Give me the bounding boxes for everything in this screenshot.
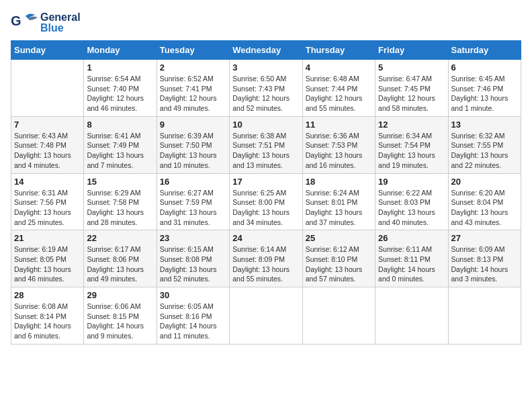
calendar-cell: 13Sunrise: 6:32 AM Sunset: 7:55 PM Dayli… — [448, 116, 521, 173]
day-info: Sunrise: 6:39 AM Sunset: 7:50 PM Dayligh… — [160, 131, 226, 171]
day-number: 29 — [87, 290, 153, 300]
calendar-cell: 24Sunrise: 6:14 AM Sunset: 8:09 PM Dayli… — [230, 230, 302, 287]
weekday-header: Saturday — [448, 41, 521, 60]
day-info: Sunrise: 6:06 AM Sunset: 8:15 PM Dayligh… — [87, 302, 153, 341]
day-info: Sunrise: 6:29 AM Sunset: 7:58 PM Dayligh… — [87, 188, 153, 228]
day-info: Sunrise: 6:50 AM Sunset: 7:43 PM Dayligh… — [232, 74, 299, 113]
calendar-cell: 14Sunrise: 6:31 AM Sunset: 7:56 PM Dayli… — [11, 173, 84, 230]
day-number: 15 — [87, 177, 153, 187]
day-info: Sunrise: 6:31 AM Sunset: 7:56 PM Dayligh… — [14, 188, 81, 228]
calendar-table: SundayMondayTuesdayWednesdayThursdayFrid… — [11, 40, 521, 345]
calendar-cell: 20Sunrise: 6:20 AM Sunset: 8:04 PM Dayli… — [448, 173, 521, 230]
day-number: 9 — [160, 120, 226, 130]
day-number: 5 — [378, 62, 445, 73]
calendar-cell: 2Sunrise: 6:52 AM Sunset: 7:41 PM Daylig… — [157, 60, 229, 117]
day-info: Sunrise: 6:34 AM Sunset: 7:54 PM Dayligh… — [378, 131, 445, 171]
calendar-cell: 5Sunrise: 6:47 AM Sunset: 7:45 PM Daylig… — [375, 60, 448, 117]
calendar-cell: 15Sunrise: 6:29 AM Sunset: 7:58 PM Dayli… — [84, 173, 157, 230]
calendar-cell: 17Sunrise: 6:25 AM Sunset: 8:00 PM Dayli… — [230, 173, 302, 230]
day-info: Sunrise: 6:32 AM Sunset: 7:55 PM Dayligh… — [451, 131, 518, 171]
day-number: 28 — [14, 290, 81, 300]
day-number: 17 — [232, 177, 299, 187]
weekday-header: Tuesday — [157, 41, 229, 60]
day-number: 23 — [160, 233, 226, 243]
day-number: 12 — [378, 120, 445, 130]
day-number: 8 — [87, 120, 153, 130]
day-number: 2 — [160, 62, 226, 73]
day-number: 1 — [87, 62, 153, 73]
logo-general: General — [40, 12, 81, 23]
day-number: 24 — [232, 233, 299, 243]
day-info: Sunrise: 6:45 AM Sunset: 7:46 PM Dayligh… — [451, 74, 518, 113]
calendar-cell: 22Sunrise: 6:17 AM Sunset: 8:06 PM Dayli… — [84, 230, 157, 287]
calendar-cell: 10Sunrise: 6:38 AM Sunset: 7:51 PM Dayli… — [230, 116, 302, 173]
calendar-cell — [448, 287, 521, 345]
calendar-week-row: 21Sunrise: 6:19 AM Sunset: 8:05 PM Dayli… — [11, 230, 521, 287]
day-number: 11 — [306, 120, 372, 130]
day-number: 4 — [306, 62, 372, 73]
weekday-header: Thursday — [302, 41, 375, 60]
calendar-cell: 27Sunrise: 6:09 AM Sunset: 8:13 PM Dayli… — [448, 230, 521, 287]
day-info: Sunrise: 6:20 AM Sunset: 8:04 PM Dayligh… — [451, 188, 518, 228]
day-info: Sunrise: 6:19 AM Sunset: 8:05 PM Dayligh… — [14, 244, 81, 284]
day-info: Sunrise: 6:17 AM Sunset: 8:06 PM Dayligh… — [87, 244, 153, 284]
day-number: 27 — [451, 233, 518, 243]
page-header: G General Blue — [11, 11, 521, 35]
day-number: 19 — [378, 177, 445, 187]
logo: G General Blue — [11, 11, 81, 35]
day-info: Sunrise: 6:27 AM Sunset: 7:59 PM Dayligh… — [160, 188, 226, 228]
day-info: Sunrise: 6:11 AM Sunset: 8:11 PM Dayligh… — [378, 244, 445, 284]
svg-text:G: G — [11, 13, 21, 28]
day-number: 3 — [232, 62, 299, 73]
calendar-cell: 4Sunrise: 6:48 AM Sunset: 7:44 PM Daylig… — [302, 60, 375, 117]
calendar-cell: 25Sunrise: 6:12 AM Sunset: 8:10 PM Dayli… — [302, 230, 375, 287]
calendar-cell: 1Sunrise: 6:54 AM Sunset: 7:40 PM Daylig… — [84, 60, 157, 117]
day-number: 14 — [14, 177, 81, 187]
day-number: 6 — [451, 62, 518, 73]
calendar-cell: 29Sunrise: 6:06 AM Sunset: 8:15 PM Dayli… — [84, 287, 157, 345]
day-info: Sunrise: 6:15 AM Sunset: 8:08 PM Dayligh… — [160, 244, 226, 284]
day-info: Sunrise: 6:36 AM Sunset: 7:53 PM Dayligh… — [306, 131, 372, 171]
day-info: Sunrise: 6:43 AM Sunset: 7:48 PM Dayligh… — [14, 131, 81, 171]
day-info: Sunrise: 6:22 AM Sunset: 8:03 PM Dayligh… — [378, 188, 445, 228]
day-number: 30 — [160, 290, 226, 300]
calendar-cell: 19Sunrise: 6:22 AM Sunset: 8:03 PM Dayli… — [375, 173, 448, 230]
calendar-week-row: 7Sunrise: 6:43 AM Sunset: 7:48 PM Daylig… — [11, 116, 521, 173]
calendar-cell: 9Sunrise: 6:39 AM Sunset: 7:50 PM Daylig… — [157, 116, 229, 173]
day-info: Sunrise: 6:54 AM Sunset: 7:40 PM Dayligh… — [87, 74, 153, 113]
weekday-header-row: SundayMondayTuesdayWednesdayThursdayFrid… — [11, 41, 521, 60]
day-number: 22 — [87, 233, 153, 243]
calendar-cell: 16Sunrise: 6:27 AM Sunset: 7:59 PM Dayli… — [157, 173, 229, 230]
calendar-cell: 28Sunrise: 6:08 AM Sunset: 8:14 PM Dayli… — [11, 287, 84, 345]
calendar-cell — [302, 287, 375, 345]
day-info: Sunrise: 6:09 AM Sunset: 8:13 PM Dayligh… — [451, 244, 518, 284]
day-info: Sunrise: 6:47 AM Sunset: 7:45 PM Dayligh… — [378, 74, 445, 113]
day-number: 13 — [451, 120, 518, 130]
day-number: 7 — [14, 120, 81, 130]
calendar-cell: 8Sunrise: 6:41 AM Sunset: 7:49 PM Daylig… — [84, 116, 157, 173]
calendar-week-row: 28Sunrise: 6:08 AM Sunset: 8:14 PM Dayli… — [11, 287, 521, 345]
day-info: Sunrise: 6:14 AM Sunset: 8:09 PM Dayligh… — [232, 244, 299, 284]
weekday-header: Sunday — [11, 41, 84, 60]
logo-icon: G — [11, 11, 38, 35]
calendar-cell — [375, 287, 448, 345]
logo-blue: Blue — [40, 23, 81, 34]
day-info: Sunrise: 6:25 AM Sunset: 8:00 PM Dayligh… — [232, 188, 299, 228]
day-info: Sunrise: 6:52 AM Sunset: 7:41 PM Dayligh… — [160, 74, 226, 113]
day-number: 25 — [306, 233, 372, 243]
calendar-cell: 6Sunrise: 6:45 AM Sunset: 7:46 PM Daylig… — [448, 60, 521, 117]
calendar-cell: 18Sunrise: 6:24 AM Sunset: 8:01 PM Dayli… — [302, 173, 375, 230]
day-info: Sunrise: 6:48 AM Sunset: 7:44 PM Dayligh… — [306, 74, 372, 113]
day-info: Sunrise: 6:24 AM Sunset: 8:01 PM Dayligh… — [306, 188, 372, 228]
day-info: Sunrise: 6:12 AM Sunset: 8:10 PM Dayligh… — [306, 244, 372, 284]
calendar-cell: 30Sunrise: 6:05 AM Sunset: 8:16 PM Dayli… — [157, 287, 229, 345]
day-number: 10 — [232, 120, 299, 130]
day-number: 18 — [306, 177, 372, 187]
calendar-week-row: 14Sunrise: 6:31 AM Sunset: 7:56 PM Dayli… — [11, 173, 521, 230]
calendar-cell: 23Sunrise: 6:15 AM Sunset: 8:08 PM Dayli… — [157, 230, 229, 287]
weekday-header: Wednesday — [230, 41, 302, 60]
calendar-week-row: 1Sunrise: 6:54 AM Sunset: 7:40 PM Daylig… — [11, 60, 521, 117]
day-number: 20 — [451, 177, 518, 187]
day-info: Sunrise: 6:38 AM Sunset: 7:51 PM Dayligh… — [232, 131, 299, 171]
day-info: Sunrise: 6:08 AM Sunset: 8:14 PM Dayligh… — [14, 302, 81, 341]
